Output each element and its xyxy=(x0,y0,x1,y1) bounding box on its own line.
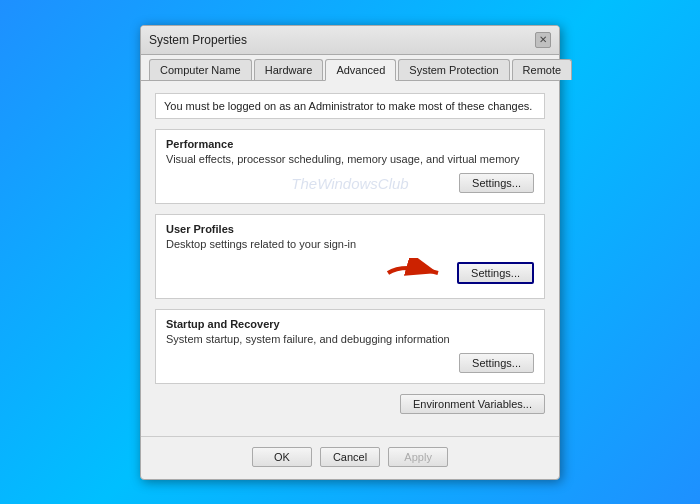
arrow-indicator xyxy=(166,258,457,288)
watermark-text: TheWindowsClub xyxy=(291,174,408,191)
user-profiles-row: Settings... xyxy=(166,258,534,288)
ok-button[interactable]: OK xyxy=(252,447,312,467)
dialog-footer: OK Cancel Apply xyxy=(141,436,559,479)
startup-settings-button[interactable]: Settings... xyxy=(459,353,534,373)
cancel-button[interactable]: Cancel xyxy=(320,447,380,467)
performance-row: TheWindowsClub Settings... xyxy=(166,173,534,193)
environment-variables-button[interactable]: Environment Variables... xyxy=(400,394,545,414)
system-properties-dialog: System Properties ✕ Computer Name Hardwa… xyxy=(140,25,560,480)
apply-button[interactable]: Apply xyxy=(388,447,448,467)
arrow-icon xyxy=(383,258,453,288)
tab-advanced[interactable]: Advanced xyxy=(325,59,396,81)
performance-settings-button[interactable]: Settings... xyxy=(459,173,534,193)
user-profiles-title: User Profiles xyxy=(166,223,534,235)
cursor-indicator: Settings... xyxy=(457,262,534,284)
startup-desc: System startup, system failure, and debu… xyxy=(166,333,534,345)
close-button[interactable]: ✕ xyxy=(535,32,551,48)
env-row: Environment Variables... xyxy=(155,394,545,414)
tab-remote[interactable]: Remote xyxy=(512,59,573,80)
performance-title: Performance xyxy=(166,138,534,150)
titlebar: System Properties ✕ xyxy=(141,26,559,55)
performance-section: Performance Visual effects, processor sc… xyxy=(155,129,545,204)
user-profiles-desc: Desktop settings related to your sign-in xyxy=(166,238,534,250)
tab-bar: Computer Name Hardware Advanced System P… xyxy=(141,55,559,81)
startup-row: Settings... xyxy=(166,353,534,373)
startup-title: Startup and Recovery xyxy=(166,318,534,330)
admin-info-text: You must be logged on as an Administrato… xyxy=(164,100,532,112)
startup-recovery-section: Startup and Recovery System startup, sys… xyxy=(155,309,545,384)
window-title: System Properties xyxy=(149,33,247,47)
tab-hardware[interactable]: Hardware xyxy=(254,59,324,80)
tab-computer-name[interactable]: Computer Name xyxy=(149,59,252,80)
tab-system-protection[interactable]: System Protection xyxy=(398,59,509,80)
user-profiles-settings-button[interactable]: Settings... xyxy=(457,262,534,284)
tab-content: You must be logged on as an Administrato… xyxy=(141,81,559,436)
performance-desc: Visual effects, processor scheduling, me… xyxy=(166,153,534,165)
admin-info: You must be logged on as an Administrato… xyxy=(155,93,545,119)
user-profiles-section: User Profiles Desktop settings related t… xyxy=(155,214,545,299)
